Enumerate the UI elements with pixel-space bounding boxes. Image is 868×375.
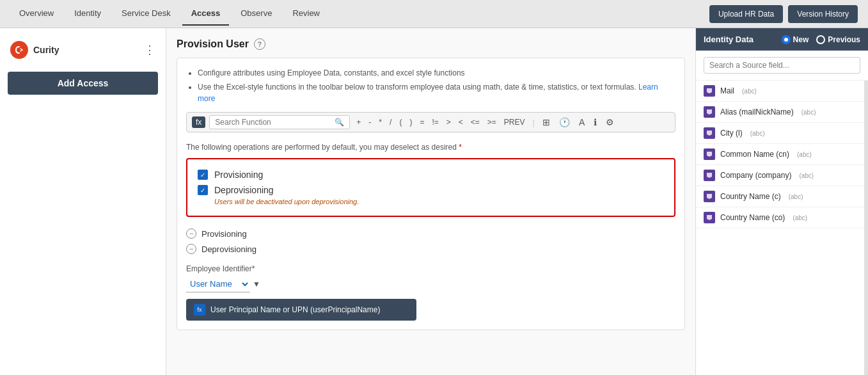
grid-icon[interactable]: ⊞	[540, 116, 553, 129]
field-item[interactable]: Common Name (cn) (abc)	[696, 144, 864, 165]
employee-id-label: Employee Identifier*	[186, 264, 675, 273]
nav-review[interactable]: Review	[283, 2, 329, 26]
page-title: Provision User	[177, 38, 249, 50]
collapse-deprovisioning[interactable]: −	[186, 244, 196, 254]
nav-service-desk[interactable]: Service Desk	[113, 2, 180, 26]
radio-new[interactable]: New	[782, 35, 809, 44]
field-name: Alias (mailNickName)	[720, 108, 794, 116]
field-name: Common Name (cn)	[720, 150, 789, 159]
radio-new-dot	[782, 35, 791, 44]
field-type: (abc)	[750, 130, 765, 137]
field-item[interactable]: Alias (mailNickName) (abc)	[696, 102, 864, 123]
field-tag-icon	[704, 170, 715, 181]
field-tag-icon	[704, 106, 715, 118]
nav-access[interactable]: Access	[182, 2, 230, 26]
clock-icon[interactable]: 🕐	[556, 116, 572, 129]
op-multiply[interactable]: *	[376, 116, 384, 128]
field-name: Country Name (co)	[720, 213, 785, 222]
field-list: Mail (abc) Alias (mailNickName) (abc) Ci…	[696, 81, 864, 375]
field-type: (abc)	[801, 109, 816, 116]
section-item-deprovisioning: − Deprovisioning	[186, 241, 675, 257]
deprovisioning-note: Users will be deactivated upon deprovisi…	[214, 198, 664, 205]
settings-icon[interactable]: ⚙	[603, 116, 617, 129]
op-open-paren[interactable]: (	[397, 116, 404, 128]
op-prev[interactable]: PREV	[501, 116, 528, 128]
field-name: Company (company)	[720, 171, 791, 180]
field-type: (abc)	[799, 172, 814, 179]
field-name: Mail	[720, 86, 734, 95]
collapse-provisioning[interactable]: −	[186, 228, 196, 239]
op-less[interactable]: <	[456, 116, 466, 128]
search-source-container	[696, 51, 868, 81]
employee-id-select-row: User Name ▼	[186, 276, 675, 292]
help-icon[interactable]: ?	[254, 38, 265, 50]
upload-hr-data-button[interactable]: Upload HR Data	[709, 5, 783, 23]
brand-icon	[10, 41, 28, 59]
deprovisioning-section-label: Deprovisioning	[201, 244, 256, 254]
fx-text: fx	[196, 118, 201, 127]
deprovisioning-label: Deprovisioning	[214, 185, 274, 195]
field-name: Country Name (c)	[720, 192, 781, 201]
op-minus[interactable]: -	[366, 116, 374, 128]
add-access-button[interactable]: Add Access	[8, 72, 158, 95]
search-source-input[interactable]	[704, 57, 860, 74]
field-type: (abc)	[742, 88, 757, 95]
nav-overview[interactable]: Overview	[10, 2, 63, 26]
op-greater[interactable]: >	[444, 116, 454, 128]
section-items: − Provisioning − Deprovisioning	[186, 226, 675, 257]
provisioning-section-label: Provisioning	[201, 229, 247, 239]
checkbox-deprovisioning[interactable]	[198, 185, 208, 195]
field-tag-icon	[704, 191, 715, 202]
checkbox-provisioning[interactable]	[198, 170, 208, 180]
bullet-1: Configure attributes using Employee Data…	[198, 67, 675, 79]
field-type: (abc)	[797, 151, 812, 158]
field-item[interactable]: Company (company) (abc)	[696, 165, 864, 186]
radio-group: New Previous	[782, 35, 860, 44]
upn-icon: fx	[194, 304, 205, 315]
radio-previous[interactable]: Previous	[816, 35, 860, 44]
upn-text: User Principal Name or UPN (userPrincipa…	[210, 305, 380, 314]
right-panel: Identity Data New Previous Mail (abc)	[695, 28, 868, 375]
layout: Curity ⋮ Add Access Provision User ? Con…	[0, 28, 868, 375]
field-item[interactable]: Mail (abc)	[696, 81, 864, 102]
op-plus[interactable]: +	[354, 116, 363, 128]
fx-label: fx	[192, 116, 205, 128]
field-item[interactable]: Country Name (co) (abc)	[696, 207, 864, 228]
field-tag-icon	[704, 85, 715, 97]
field-item[interactable]: Country Name (c) (abc)	[696, 186, 864, 207]
info-bullets: Configure attributes using Employee Data…	[186, 67, 675, 104]
brand-name: Curity	[33, 45, 59, 55]
top-nav: Overview Identity Service Desk Access Ob…	[0, 0, 868, 28]
op-equals[interactable]: =	[417, 116, 427, 128]
op-less-eq[interactable]: <=	[468, 116, 482, 128]
op-greater-eq[interactable]: >=	[485, 116, 499, 128]
field-item[interactable]: City (l) (abc)	[696, 123, 864, 144]
checkbox-row-provisioning: Provisioning	[198, 170, 664, 180]
op-divide[interactable]: /	[387, 116, 394, 128]
version-history-button[interactable]: Version History	[788, 5, 858, 23]
text-icon[interactable]: A	[576, 116, 587, 129]
radio-previous-label: Previous	[828, 35, 860, 44]
sidebar-menu-dots[interactable]: ⋮	[144, 43, 155, 57]
bullet-2: Use the Excel-style functions in the too…	[198, 81, 675, 104]
nav-identity[interactable]: Identity	[65, 2, 110, 26]
field-tag-icon	[704, 148, 715, 160]
radio-previous-dot	[816, 35, 825, 44]
info-icon[interactable]: ℹ	[591, 116, 599, 129]
upn-box: fx User Principal Name or UPN (userPrinc…	[186, 299, 416, 321]
nav-buttons: Upload HR Data Version History	[709, 5, 858, 23]
search-function-field[interactable]	[215, 118, 332, 127]
operations-label: The following operations are performed b…	[186, 143, 675, 152]
field-name: City (l)	[720, 129, 743, 138]
sidebar: Curity ⋮ Add Access	[0, 28, 166, 375]
search-function-input[interactable]: 🔍	[209, 115, 350, 129]
right-panel-header: Identity Data New Previous	[696, 28, 868, 51]
scrollbar[interactable]	[864, 81, 868, 375]
radio-new-label: New	[793, 35, 809, 44]
nav-observe[interactable]: Observe	[232, 2, 281, 26]
checkbox-section: Provisioning Deprovisioning Users will b…	[186, 158, 675, 217]
op-not-equals[interactable]: !=	[429, 116, 441, 128]
op-close-paren[interactable]: )	[407, 116, 414, 128]
identity-data-label: Identity Data	[704, 35, 754, 44]
employee-id-select[interactable]: User Name	[186, 276, 250, 292]
